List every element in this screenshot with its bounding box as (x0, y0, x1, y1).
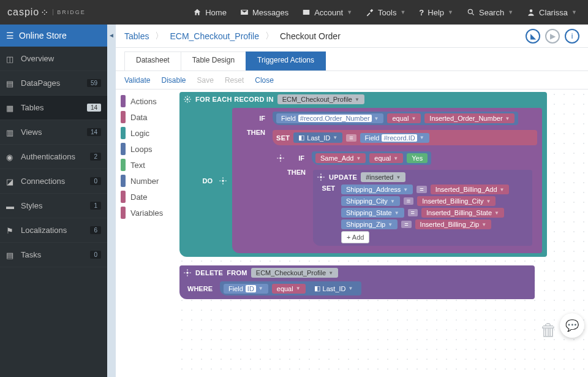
palette-text[interactable]: Text (116, 157, 177, 173)
nav-account[interactable]: Account▼ (302, 8, 352, 17)
val-chip[interactable]: Yes (407, 153, 428, 163)
sidebar-item-localizations[interactable]: ⚑Localizations6 (0, 218, 107, 243)
tabs: Datasheet Table Design Triggered Actions (116, 51, 588, 71)
tab-datasheet[interactable]: Datasheet (124, 51, 181, 70)
sidebar-item-authentications[interactable]: ◉Authentications2 (0, 145, 107, 169)
home-icon (193, 8, 202, 17)
crumb-profile[interactable]: ECM_Checkout_Profile (170, 31, 259, 41)
mail-icon (240, 8, 249, 17)
nav-help[interactable]: ?Help▼ (419, 8, 453, 17)
field-chip[interactable]: Shipping_City ▼ (341, 196, 400, 206)
sb-icon: ◪ (6, 177, 15, 186)
val-chip[interactable]: Same_Add▼ (315, 153, 366, 163)
top-nav: Home Messages Account▼ Tools▼ ?Help▼ Sea… (107, 8, 588, 17)
trash-icon[interactable]: 🗑 (540, 320, 557, 340)
val-chip[interactable]: Inserted_Billing_State ▼ (421, 208, 504, 218)
delete-block[interactable]: DELETE FROM ECM_Checkout_Profile▼ WHERE … (179, 265, 535, 299)
gear-icon[interactable] (317, 173, 325, 181)
sb-icon: ◉ (6, 153, 15, 161)
svg-point-7 (186, 272, 189, 274)
gear-icon[interactable] (183, 268, 192, 277)
palette-date[interactable]: Date (116, 189, 177, 205)
sidebar-item-tasks[interactable]: ▤Tasks0 (0, 243, 107, 267)
if-block[interactable]: IF Same_Add▼ equal▼ Yes (273, 148, 537, 249)
field-chip[interactable]: Field #record.ID▼ (360, 133, 429, 143)
foreach-block[interactable]: FOR EACH RECORD IN ECM_Checkout_Profile▼… (179, 92, 547, 257)
sidebar-item-views[interactable]: ▥Views14 (0, 120, 107, 145)
table-chip[interactable]: ECM_Checkout_Profile▼ (251, 268, 338, 278)
expr[interactable]: Field #record.Order_Number▼ equal▼ Inser… (273, 112, 518, 125)
sb-icon: ▦ (6, 104, 15, 112)
field-chip[interactable]: Field #record.Order_Number▼ (276, 113, 383, 123)
field-chip[interactable]: Shipping_State ▼ (341, 208, 404, 218)
tb-disable[interactable]: Disable (161, 76, 186, 85)
op-chip[interactable]: equal▼ (369, 153, 403, 163)
sidebar-item-tables[interactable]: ▦Tables14 (0, 96, 107, 120)
field-chip[interactable]: Shipping_Zip ▼ (341, 219, 398, 229)
set-row[interactable]: Shipping_Zip ▼=Inserted_Billing_Zip ▼ (341, 219, 509, 229)
field-chip[interactable]: Shipping_Address ▼ (341, 185, 413, 194)
expr[interactable]: Same_Add▼ equal▼ Yes (312, 151, 431, 165)
palette-logic[interactable]: Logic (116, 125, 177, 141)
svg-point-3 (186, 98, 189, 101)
set-block[interactable]: SET ◧ Last_ID▼ = Field #record.ID▼ (273, 130, 537, 145)
svg-rect-0 (303, 10, 310, 15)
palette-actions[interactable]: Actions (116, 93, 177, 109)
chat-button[interactable]: 💬 (560, 313, 584, 338)
val-chip[interactable]: Inserted_Billing_City ▼ (417, 196, 496, 206)
nav-search[interactable]: Search▼ (467, 8, 513, 17)
palette-loops[interactable]: Loops (116, 141, 177, 157)
announce-icon[interactable]: ◣ (526, 29, 540, 44)
sb-icon: ◫ (6, 55, 15, 63)
val-chip[interactable]: Inserted_Order_Number▼ (424, 113, 514, 123)
play-icon[interactable]: ▶ (545, 29, 560, 44)
sb-icon: ▥ (6, 128, 15, 137)
sb-icon: ▬ (6, 202, 15, 210)
nav-messages[interactable]: Messages (240, 8, 288, 17)
sidebar-collapse[interactable]: ◄ (107, 25, 116, 377)
tb-save: Save (197, 76, 214, 85)
set-row[interactable]: Shipping_Address ▼=Inserted_Billing_Add … (341, 185, 509, 194)
target-chip[interactable]: #inserted▼ (361, 172, 405, 182)
set-row[interactable]: Shipping_State ▼=Inserted_Billing_State … (341, 208, 509, 218)
var-chip[interactable]: ◧ Last_ID▼ (309, 283, 358, 294)
svg-point-5 (279, 157, 282, 159)
palette-variables[interactable]: Variables (116, 205, 177, 221)
tb-validate[interactable]: Validate (124, 76, 150, 85)
tb-close[interactable]: Close (255, 76, 274, 85)
val-chip[interactable]: Inserted_Billing_Add ▼ (431, 185, 510, 194)
sidebar-item-styles[interactable]: ▬Styles1 (0, 194, 107, 218)
set-row[interactable]: Shipping_City ▼=Inserted_Billing_City ▼ (341, 196, 509, 206)
info-icon[interactable]: i (565, 29, 579, 44)
crumb-tables[interactable]: Tables (124, 31, 149, 41)
op-chip[interactable]: equal▼ (387, 113, 421, 123)
sidebar-item-datapages[interactable]: ▤DataPages59 (0, 71, 107, 96)
gear-icon[interactable] (276, 154, 285, 162)
expr[interactable]: Field ID▼ equal▼ ◧ Last_ID▼ (220, 281, 361, 295)
sidebar-item-overview[interactable]: ◫Overview (0, 47, 107, 71)
table-select[interactable]: ECM_Checkout_Profile▼ (277, 94, 364, 104)
canvas[interactable]: FOR EACH RECORD IN ECM_Checkout_Profile▼… (177, 89, 588, 377)
tab-design[interactable]: Table Design (181, 51, 246, 70)
nav-user[interactable]: Clarissa▼ (527, 8, 577, 17)
tab-triggered[interactable]: Triggered Actions (246, 51, 326, 70)
update-block[interactable]: UPDATE #inserted▼ SET Shipping_Address ▼… (313, 170, 532, 246)
nav-tools[interactable]: Tools▼ (366, 8, 405, 17)
if-block[interactable]: IF Field #record.Order_Number▼ equal▼ In… (232, 108, 542, 253)
gear-icon[interactable] (183, 95, 192, 104)
svg-point-2 (530, 9, 533, 12)
wrench-icon (366, 8, 374, 17)
val-chip[interactable]: Inserted_Billing_Zip ▼ (415, 219, 492, 229)
content-area: Tables 〉 ECM_Checkout_Profile 〉 Checkout… (116, 25, 588, 377)
var-chip[interactable]: ◧ Last_ID▼ (293, 132, 342, 143)
gear-icon[interactable] (219, 177, 227, 185)
palette-data[interactable]: Data (116, 109, 177, 125)
nav-home[interactable]: Home (193, 8, 227, 17)
id-icon (302, 8, 311, 17)
sidebar-header[interactable]: ☰Online Store (0, 25, 107, 47)
palette-number[interactable]: Number (116, 173, 177, 189)
sidebar-item-connections[interactable]: ◪Connections0 (0, 169, 107, 194)
add-row-button[interactable]: + Add (341, 231, 369, 243)
field-chip[interactable]: Field ID▼ (224, 284, 268, 294)
op-chip[interactable]: equal▼ (272, 284, 306, 294)
